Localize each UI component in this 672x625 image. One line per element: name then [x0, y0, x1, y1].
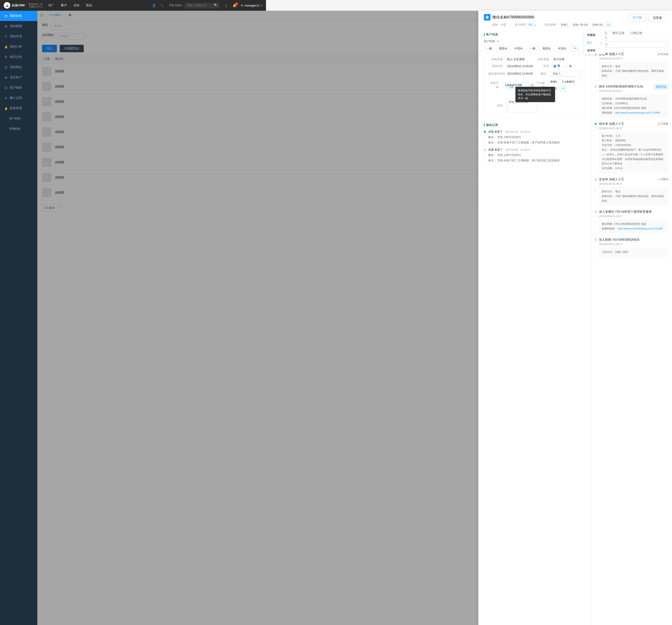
menu-icon: ▽ [4, 35, 7, 38]
sidebar-item[interactable]: ☝标签管理⌃ [0, 103, 37, 113]
sidebar: ◔我的好友⊞我的群聊▽我的学员☝我的订单✆电话记录⊡我的商品⊗流失客户⊡客户继承… [0, 11, 37, 248]
menu-icon: ◔ [4, 14, 7, 18]
logo-sub: 教育机构一站式服务云平台 [29, 3, 43, 8]
sidebar-item[interactable]: ▽我的学员 [0, 31, 37, 42]
username[interactable]: manager11 [244, 4, 260, 7]
sidebar-item[interactable]: ◔我的好友 [0, 11, 37, 21]
sidebar-item[interactable]: ✆电话记录 [0, 52, 37, 62]
sidebar-item[interactable]: ⊡客户继承 [0, 82, 37, 93]
badge-count: 5 [235, 3, 238, 6]
menu-icon: ⊡ [4, 66, 7, 69]
chevron-up-icon: ⌃ [31, 107, 33, 109]
menu-icon: ☝ [4, 45, 7, 49]
nav-customer[interactable]: 客户 [61, 3, 67, 7]
menu-icon: ⊗ [4, 76, 7, 79]
sidebar-item[interactable]: ⊖删人记录 [0, 93, 37, 103]
nav-data[interactable]: 数据 [86, 3, 92, 7]
menu-icon: ⊖ [4, 96, 7, 100]
phone-icon[interactable]: 📞 [161, 3, 164, 7]
logo-icon: ☁ [4, 2, 10, 9]
user-icon[interactable]: 👤 [152, 3, 156, 7]
sidebar-item[interactable]: ⊗流失客户 [0, 72, 37, 82]
sidebar-item[interactable]: 群聊标签 [0, 124, 37, 134]
nav-promo[interactable]: 推广 [48, 3, 54, 7]
top-nav: 推广 客户 质检 数据 [48, 3, 92, 7]
sidebar-item[interactable]: ⊞我的群聊 [0, 21, 37, 31]
overlay[interactable] [37, 11, 266, 248]
search-icon[interactable]: 🔍 [214, 3, 218, 7]
nav-qc[interactable]: 质检 [73, 3, 79, 7]
status-dot [241, 4, 243, 6]
logo: ☁ 云朵CRM 教育机构一站式服务云平台 [4, 2, 43, 9]
logo-text: 云朵CRM [12, 3, 27, 7]
sidebar-item[interactable]: ⊡我的商品 [0, 62, 37, 72]
sidebar-item[interactable]: ☝我的订单 [0, 42, 37, 52]
search-type[interactable]: 手机号码 ▾ [169, 3, 182, 7]
sidebar-item[interactable]: 客户标签 [0, 113, 37, 124]
menu-icon: ☝ [4, 106, 7, 110]
mobile-icon[interactable]: ▯ [224, 3, 228, 7]
main: ☰ 个人活码 × 我 项目 请选择 运营期次 请选择 导出 不加密导出 头像 微… [37, 11, 266, 248]
menu-icon: ⊞ [4, 24, 7, 28]
topbar: ☁ 云朵CRM 教育机构一站式服务云平台 推广 客户 质检 数据 👤 📞 手机号… [0, 0, 266, 11]
bell-icon[interactable]: 🔔5 [233, 3, 236, 7]
menu-icon: ⊡ [4, 86, 7, 90]
menu-icon: ✆ [4, 55, 7, 59]
